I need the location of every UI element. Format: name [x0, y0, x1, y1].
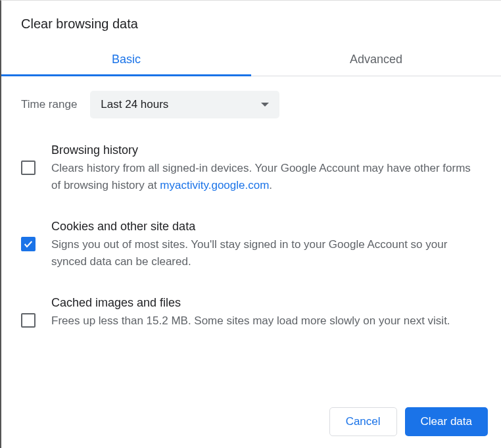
tab-basic[interactable]: Basic [1, 43, 251, 76]
clear-data-button[interactable]: Clear data [405, 407, 488, 436]
tab-advanced[interactable]: Advanced [251, 43, 501, 76]
checkbox-cache[interactable] [21, 313, 36, 328]
option-text: Browsing history Clears history from all… [51, 143, 481, 193]
time-range-label: Time range [21, 98, 77, 111]
tabs-row: Basic Advanced [1, 43, 501, 76]
option-text: Cookies and other site data Signs you ou… [51, 220, 481, 270]
option-desc: Clears history from all signed-in device… [51, 160, 481, 193]
option-desc: Signs you out of most sites. You'll stay… [51, 236, 481, 270]
desc-suffix: . [269, 179, 272, 191]
time-range-dropdown[interactable]: Last 24 hours [90, 91, 279, 118]
option-browsing-history: Browsing history Clears history from all… [21, 143, 481, 193]
time-range-selected: Last 24 hours [101, 98, 168, 111]
myactivity-link[interactable]: myactivity.google.com [160, 179, 269, 191]
dialog-title: Clear browsing data [1, 1, 501, 43]
time-range-row: Time range Last 24 hours [21, 91, 481, 118]
option-cache: Cached images and files Frees up less th… [21, 296, 481, 330]
checkbox-cookies[interactable] [21, 237, 36, 251]
option-cookies: Cookies and other site data Signs you ou… [21, 220, 481, 270]
checkbox-browsing-history[interactable] [21, 161, 36, 175]
dialog-content: Time range Last 24 hours Browsing histor… [1, 76, 501, 395]
option-title: Browsing history [51, 143, 481, 157]
cancel-button[interactable]: Cancel [329, 407, 397, 436]
option-title: Cookies and other site data [51, 220, 481, 234]
dialog-footer: Cancel Clear data [1, 395, 501, 448]
option-text: Cached images and files Frees up less th… [51, 296, 481, 330]
clear-browsing-data-dialog: Clear browsing data Basic Advanced Time … [1, 1, 501, 448]
chevron-down-icon [261, 103, 269, 107]
option-desc: Frees up less than 15.2 MB. Some sites m… [51, 312, 481, 330]
option-title: Cached images and files [51, 296, 481, 310]
